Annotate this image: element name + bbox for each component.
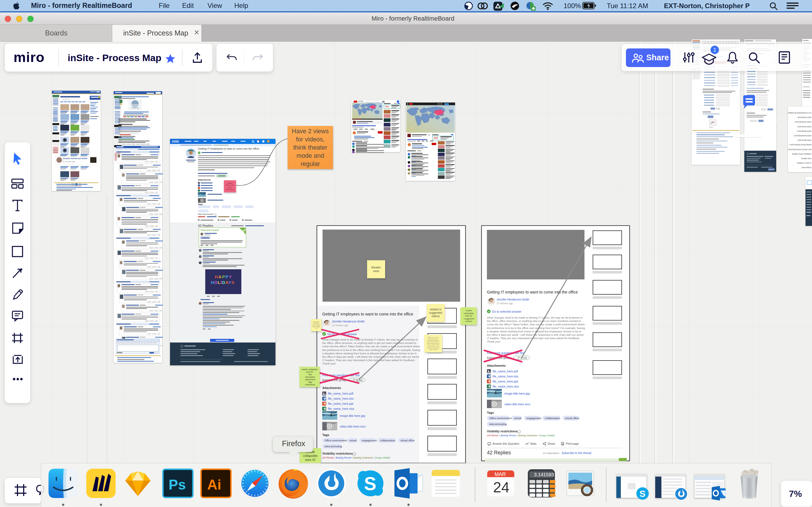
svg-text:Ai: Ai: [207, 477, 221, 493]
svg-text:24: 24: [493, 479, 509, 496]
svg-text:Ps: Ps: [168, 477, 186, 493]
svg-text:MAR: MAR: [495, 471, 506, 477]
svg-text:i: i: [354, 453, 355, 455]
svg-text:S: S: [364, 473, 376, 494]
svg-text:S: S: [640, 489, 645, 499]
svg-text:i: i: [518, 431, 519, 433]
svg-text:3.141593: 3.141593: [534, 472, 554, 477]
